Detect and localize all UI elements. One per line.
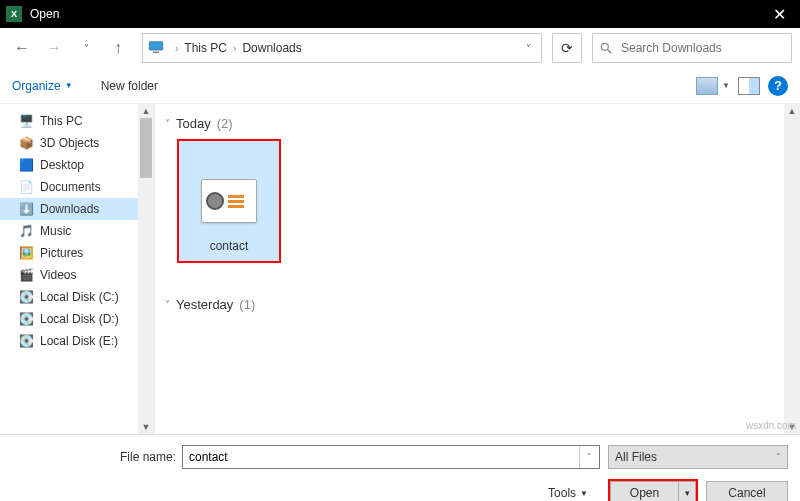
cancel-button[interactable]: Cancel (706, 481, 788, 501)
breadcrumb-downloads[interactable]: Downloads (240, 39, 303, 57)
body: 🖥️This PC 📦3D Objects 🟦Desktop 📄Document… (0, 104, 800, 434)
watermark: wsxdn.com (746, 420, 796, 431)
file-item-contact[interactable]: contact (177, 139, 281, 263)
breadcrumb-sep-icon: › (171, 43, 182, 54)
documents-icon: 📄 (18, 179, 34, 195)
file-name-field[interactable]: ˅ (182, 445, 600, 469)
svg-point-2 (601, 43, 608, 50)
chevron-down-icon: ▼ (65, 81, 73, 90)
sidebar-item-downloads[interactable]: ⬇️Downloads (0, 198, 154, 220)
search-icon (599, 41, 619, 55)
file-list: ˅ Today (2) contact ˅ Yesterday (1) ▲▼ (155, 104, 800, 434)
search-input[interactable] (619, 40, 785, 56)
up-button[interactable]: ↑ (104, 34, 132, 62)
sidebar-item-videos[interactable]: 🎬Videos (0, 264, 154, 286)
address-dropdown-icon[interactable]: ˅ (520, 43, 537, 54)
scrollbar-thumb[interactable] (140, 118, 152, 178)
help-button[interactable]: ? (768, 76, 788, 96)
titlebar: X Open ✕ (0, 0, 800, 28)
sidebar-item-desktop[interactable]: 🟦Desktop (0, 154, 154, 176)
organize-button[interactable]: Organize▼ (12, 79, 73, 93)
open-button[interactable]: Open (610, 481, 678, 501)
desktop-icon: 🟦 (18, 157, 34, 173)
preview-pane-button[interactable] (738, 77, 760, 95)
pc-icon (147, 38, 167, 58)
content-scrollbar[interactable]: ▲▼ (784, 104, 800, 434)
chevron-down-icon: ▼ (722, 81, 730, 90)
chevron-down-icon: ˅ (165, 118, 170, 129)
scroll-up-icon: ▲ (142, 106, 151, 116)
scroll-down-icon: ▼ (142, 422, 151, 432)
svg-rect-1 (153, 52, 159, 54)
chevron-down-icon: ▼ (580, 489, 588, 498)
view-mode-button[interactable] (696, 77, 718, 95)
sidebar-item-disk-d[interactable]: 💽Local Disk (D:) (0, 308, 154, 330)
back-button[interactable]: ← (8, 34, 36, 62)
disk-icon: 💽 (18, 289, 34, 305)
sidebar-scrollbar[interactable]: ▲▼ (138, 104, 154, 434)
sidebar-item-disk-c[interactable]: 💽Local Disk (C:) (0, 286, 154, 308)
file-name-label: contact (210, 239, 249, 253)
toolbar: Organize▼ New folder ▼ ? (0, 68, 800, 104)
group-header-yesterday[interactable]: ˅ Yesterday (1) (165, 297, 790, 312)
breadcrumb-this-pc[interactable]: This PC (182, 39, 229, 57)
sidebar: 🖥️This PC 📦3D Objects 🟦Desktop 📄Document… (0, 104, 155, 434)
music-icon: 🎵 (18, 223, 34, 239)
disk-icon: 💽 (18, 333, 34, 349)
chevron-down-icon: ˅ (165, 299, 170, 310)
pc-icon: 🖥️ (18, 113, 34, 129)
file-type-filter[interactable]: All Files ˅ (608, 445, 788, 469)
dialog-title: Open (30, 7, 59, 21)
new-folder-button[interactable]: New folder (101, 79, 158, 93)
chevron-down-icon: ˅ (776, 452, 781, 462)
vcard-icon (201, 179, 257, 223)
refresh-button[interactable]: ⟳ (552, 33, 582, 63)
file-name-dropdown-icon[interactable]: ˅ (579, 446, 599, 468)
excel-app-icon: X (6, 6, 22, 22)
downloads-icon: ⬇️ (18, 201, 34, 217)
sidebar-item-music[interactable]: 🎵Music (0, 220, 154, 242)
close-button[interactable]: ✕ (765, 5, 794, 24)
group-header-today[interactable]: ˅ Today (2) (165, 116, 790, 131)
tools-menu[interactable]: Tools▼ (548, 486, 588, 500)
recent-locations-button[interactable]: ˅ (72, 34, 100, 62)
bottom-panel: File name: ˅ All Files ˅ Tools▼ Open ▾ C… (0, 434, 800, 501)
file-name-input[interactable] (183, 450, 579, 464)
nav-row: ← → ˅ ↑ › This PC › Downloads ˅ ⟳ (0, 28, 800, 68)
forward-button[interactable]: → (40, 34, 68, 62)
search-box[interactable] (592, 33, 792, 63)
breadcrumb-sep-icon: › (229, 43, 240, 54)
open-button-group: Open ▾ (608, 479, 698, 501)
svg-rect-0 (149, 42, 163, 50)
disk-icon: 💽 (18, 311, 34, 327)
sidebar-item-pictures[interactable]: 🖼️Pictures (0, 242, 154, 264)
sidebar-item-documents[interactable]: 📄Documents (0, 176, 154, 198)
scroll-up-icon: ▲ (788, 106, 797, 116)
videos-icon: 🎬 (18, 267, 34, 283)
address-bar[interactable]: › This PC › Downloads ˅ (142, 33, 542, 63)
svg-line-3 (608, 50, 612, 54)
open-split-button[interactable]: ▾ (678, 481, 696, 501)
file-name-label: File name: (12, 450, 182, 464)
sidebar-item-this-pc[interactable]: 🖥️This PC (0, 110, 154, 132)
3d-objects-icon: 📦 (18, 135, 34, 151)
sidebar-item-3d-objects[interactable]: 📦3D Objects (0, 132, 154, 154)
sidebar-item-disk-e[interactable]: 💽Local Disk (E:) (0, 330, 154, 352)
pictures-icon: 🖼️ (18, 245, 34, 261)
